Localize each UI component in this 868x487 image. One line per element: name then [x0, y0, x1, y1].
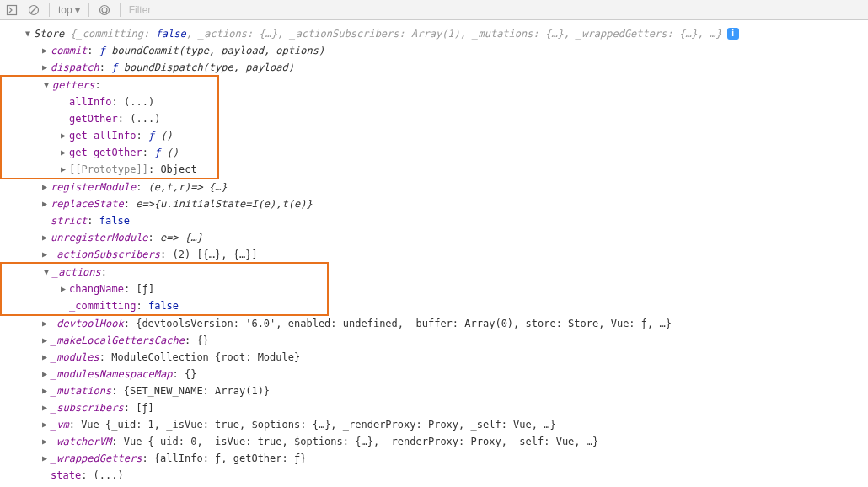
expand-icon[interactable]: ▶ [40, 246, 49, 263]
property-value: () [167, 144, 179, 161]
context-selector[interactable]: top ▾ [58, 4, 80, 16]
svg-point-3 [102, 8, 107, 13]
property-row[interactable]: ▶ commit: ƒ boundCommit(type, payload, o… [0, 42, 866, 59]
expand-icon[interactable]: ▶ [40, 399, 49, 416]
property-value: ModuleCollection {root: Module} [111, 349, 300, 366]
function-f-icon: ƒ [148, 127, 160, 144]
expand-icon[interactable]: ▶ [40, 349, 49, 366]
property-value: {} [185, 366, 196, 383]
root-row[interactable]: ▼ Store {_committing: false, _actions: {… [0, 25, 866, 42]
property-value: boundDispatch(type, payload) [124, 59, 294, 76]
property-key: replaceState [51, 195, 124, 212]
expand-icon[interactable]: ▶ [40, 195, 49, 212]
property-key: registerModule [51, 179, 136, 195]
expand-icon[interactable]: ▶ [40, 59, 49, 76]
context-label: top [58, 4, 72, 16]
expand-icon[interactable]: ▶ [59, 281, 67, 297]
live-expression-icon[interactable] [98, 3, 111, 17]
property-row[interactable]: ▶ _mutations: {SET_NEW_NAME: Array(1)} [0, 383, 866, 399]
property-value: Vue {_uid: 1, _isVue: true, $options: {…… [81, 416, 556, 433]
class-name: Store [34, 25, 64, 42]
property-row[interactable]: ▶ get getOther: ƒ () [2, 144, 217, 161]
property-row[interactable]: ▶ strict: false [0, 212, 866, 229]
expand-icon[interactable]: ▶ [40, 366, 49, 383]
highlighted-actions-block: ▼ _actions: ▶ changName: [ƒ] ▶ _committi… [0, 262, 329, 316]
object-preview: {_committing: false, _actions: {…}, _act… [64, 25, 721, 42]
property-row[interactable]: ▶ _modules: ModuleCollection {root: Modu… [0, 349, 866, 366]
expand-icon[interactable]: ▶ [59, 144, 67, 161]
property-value: (...) [94, 467, 124, 484]
property-value: (...) [124, 94, 154, 110]
expand-icon[interactable]: ▶ [40, 229, 49, 246]
property-row[interactable]: ▶ _committing: false [2, 297, 327, 314]
expand-icon[interactable]: ▶ [40, 484, 49, 487]
expand-icon[interactable]: ▶ [40, 315, 49, 332]
property-value: {} [196, 332, 208, 349]
property-row[interactable]: ▶ _actionSubscribers: (2) [{…}, {…}] [0, 246, 866, 263]
property-value: {allInfo: ƒ, getOther: ƒ} [154, 450, 307, 467]
property-row[interactable]: ▶ allInfo: (...) [2, 94, 217, 110]
property-key: strict [51, 212, 87, 229]
property-row[interactable]: ▶ dispatch: ƒ boundDispatch(type, payloa… [0, 59, 866, 76]
property-key: commit [51, 42, 87, 59]
property-row[interactable]: ▶ _vm: Vue {_uid: 1, _isVue: true, $opti… [0, 416, 866, 433]
property-key: _actions [52, 264, 101, 281]
property-row[interactable]: ▶ changName: [ƒ] [2, 281, 327, 297]
expand-icon[interactable]: ▶ [40, 433, 49, 450]
property-value: e=>{u.initialState=I(e),t(e)} [136, 195, 313, 212]
property-row[interactable]: ▶ _wrappedGetters: {allInfo: ƒ, getOther… [0, 450, 866, 467]
property-row[interactable]: ▶ _watcherVM: Vue {_uid: 0, _isVue: true… [0, 433, 866, 450]
expand-icon[interactable]: ▶ [40, 42, 49, 59]
property-value: Object [160, 161, 196, 178]
highlighted-getters-block: ▼ getters: ▶ allInfo: (...) ▶ getOther: … [0, 75, 219, 179]
console-toolbar: top ▾ Filter [0, 0, 868, 20]
expand-icon[interactable]: ▼ [42, 264, 51, 281]
execution-context-icon[interactable] [5, 3, 19, 17]
property-row[interactable]: ▶ [[Prototype]]: Object [0, 484, 866, 487]
property-row[interactable]: ▶ get allInfo: ƒ () [2, 127, 217, 144]
property-key: _actionSubscribers [51, 246, 160, 263]
property-key: _committing [69, 297, 136, 314]
expand-icon[interactable]: ▶ [40, 416, 49, 433]
property-value: e=> {…} [160, 229, 203, 246]
property-row[interactable]: ▶ getOther: (...) [2, 110, 217, 127]
expand-icon[interactable]: ▶ [40, 179, 49, 195]
expand-icon[interactable]: ▼ [42, 77, 51, 94]
property-row[interactable]: ▶ unregisterModule: e=> {…} [0, 229, 866, 246]
info-icon[interactable]: i [727, 28, 739, 40]
property-key: [[Prototype]] [69, 161, 148, 178]
property-row[interactable]: ▶ replaceState: e=>{u.initialState=I(e),… [0, 195, 866, 212]
property-value: (e,t,r)=> {…} [148, 179, 228, 195]
expand-icon[interactable]: ▶ [59, 161, 67, 178]
toolbar-separator [49, 3, 50, 17]
property-row[interactable]: ▶ _makeLocalGettersCache: {} [0, 332, 866, 349]
property-row[interactable]: ▶ _devtoolHook: {devtoolsVersion: '6.0',… [0, 315, 866, 332]
property-row[interactable]: ▶ _subscribers: [ƒ] [0, 399, 866, 416]
property-row[interactable]: ▼ _actions: [2, 264, 327, 281]
expand-icon[interactable]: ▶ [40, 383, 49, 399]
property-row[interactable]: ▼ getters: [2, 77, 217, 94]
property-key: dispatch [51, 59, 99, 76]
function-f-icon: ƒ [99, 42, 111, 59]
property-value: () [160, 127, 172, 144]
property-value: {devtoolsVersion: '6.0', enabled: undefi… [136, 315, 672, 332]
property-value: Object [142, 484, 178, 487]
expand-icon[interactable]: ▶ [40, 332, 49, 349]
property-key: unregisterModule [51, 229, 148, 246]
property-row[interactable]: ▶ state: (...) [0, 467, 866, 484]
property-key: _mutations [51, 383, 111, 399]
property-value: boundCommit(type, payload, options) [111, 42, 324, 59]
property-key: _modules [51, 349, 99, 366]
filter-input[interactable]: Filter [129, 4, 152, 16]
clear-console-icon[interactable] [27, 3, 40, 17]
property-row[interactable]: ▶ registerModule: (e,t,r)=> {…} [0, 179, 866, 195]
expand-icon[interactable]: ▶ [59, 127, 67, 144]
property-key: state [51, 467, 81, 484]
expand-icon[interactable]: ▼ [24, 25, 32, 42]
property-key: changName [69, 281, 124, 297]
property-key: _vm [51, 416, 69, 433]
property-row[interactable]: ▶ [[Prototype]]: Object [2, 161, 217, 178]
property-row[interactable]: ▶ _modulesNamespaceMap: {} [0, 366, 866, 383]
expand-icon[interactable]: ▶ [40, 450, 49, 467]
svg-point-4 [99, 5, 109, 14]
